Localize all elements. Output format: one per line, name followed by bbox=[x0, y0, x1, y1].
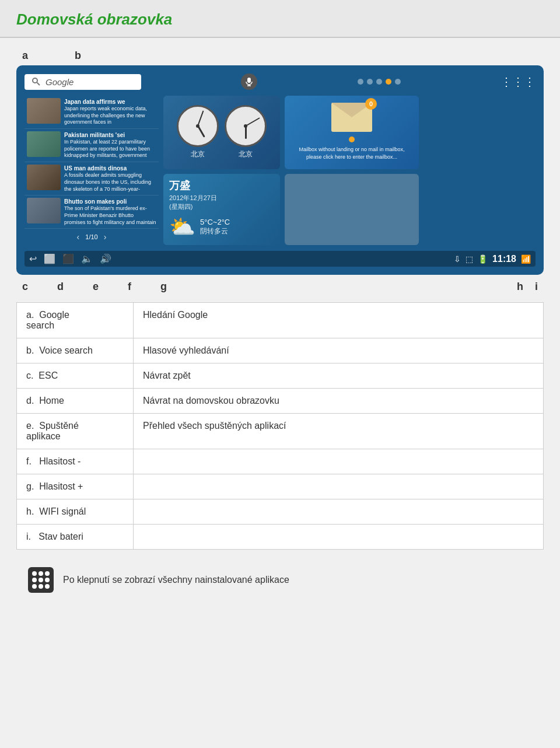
news-nav[interactable]: ‹ 1/10 › bbox=[24, 229, 159, 245]
news-thumb-1 bbox=[27, 98, 61, 124]
table-row-b: b. Voice search Hlasové vyhledávání bbox=[17, 338, 544, 363]
wifi-icon: 📶 bbox=[521, 254, 531, 264]
bottom-note-text: Po klepnutí se zobrazí všechny nainstalo… bbox=[63, 575, 289, 585]
tablet-bottom-bar: ↩ ⬜ ⬛ 🔈 🔊 ⇩ ⬚ 🔋 11:18 📶 bbox=[24, 251, 536, 267]
bottom-left-icons: ↩ ⬜ ⬛ 🔈 🔊 bbox=[29, 253, 111, 264]
dot-5 bbox=[395, 79, 401, 85]
search-icon bbox=[32, 77, 41, 86]
mic-button[interactable] bbox=[241, 74, 257, 90]
value-esc: Návrat zpět bbox=[134, 363, 544, 389]
hour-hand-2 bbox=[245, 126, 247, 139]
back-icon[interactable]: ↩ bbox=[29, 253, 37, 264]
label-d: d bbox=[57, 281, 64, 293]
mail-description: Mailbox without landing or no mail in ma… bbox=[292, 146, 412, 160]
table-row-d: d. Home Návrat na domovskou obrazovku bbox=[17, 389, 544, 414]
value-wifi bbox=[134, 499, 544, 525]
weather-icon: ⛅ bbox=[169, 215, 195, 239]
news-thumb-2 bbox=[27, 131, 61, 157]
value-volume-up bbox=[134, 474, 544, 499]
table-row-i: i. Stav bateri bbox=[17, 525, 544, 550]
weather-desc: 阴转多云 bbox=[200, 226, 230, 236]
mail-dot bbox=[349, 137, 355, 142]
label-h: h bbox=[517, 281, 523, 293]
news-page: 1/10 bbox=[85, 233, 97, 240]
info-table: a. Googlesearch Hledání Google b. Voice … bbox=[16, 302, 544, 550]
table-row-c: c. ESC Návrat zpět bbox=[17, 363, 544, 389]
news-item-1[interactable]: Japan data affirms we Japan reports weak… bbox=[24, 96, 159, 129]
apps-grid-icon bbox=[28, 567, 54, 593]
news-prev-arrow[interactable]: ‹ bbox=[77, 232, 80, 242]
weather-main: ⛅ 5°C~2°C 阴转多云 bbox=[169, 215, 274, 239]
svg-point-0 bbox=[33, 78, 37, 83]
tablet-screenshot: Google ⋮⋮⋮ bbox=[16, 65, 544, 275]
cdefghi-labels: c d e f g h i bbox=[16, 281, 544, 293]
weather-temp: 5°C~2°C bbox=[200, 218, 230, 226]
dot-4-active bbox=[386, 79, 391, 85]
battery-icon: 🔋 bbox=[478, 254, 488, 264]
dot-2 bbox=[367, 79, 373, 85]
svg-line-1 bbox=[37, 83, 40, 86]
page-title: Domovská obrazovka bbox=[16, 11, 172, 28]
volume-up-icon[interactable]: 🔊 bbox=[100, 253, 111, 264]
google-logo-text: Google bbox=[46, 77, 74, 87]
ab-labels: a b bbox=[16, 50, 544, 62]
news-text-4: Bhutto son makes poli The son of Pakista… bbox=[64, 198, 156, 226]
label-f: f bbox=[128, 281, 131, 293]
label-google-search: a. Googlesearch bbox=[17, 303, 134, 338]
clock-label-2: 北京 bbox=[225, 149, 267, 159]
table-row-h: h. WIFI signál bbox=[17, 499, 544, 525]
label-g: g bbox=[160, 281, 167, 293]
weather-date: 2012年12月27日 (星期四) bbox=[169, 194, 274, 211]
weather-city: 万盛 bbox=[169, 179, 274, 193]
svg-rect-2 bbox=[247, 78, 251, 83]
news-next-arrow[interactable]: › bbox=[104, 232, 107, 242]
label-c: c bbox=[22, 281, 28, 293]
bottom-right-status: ⇩ ⬚ 🔋 11:18 📶 bbox=[454, 254, 531, 264]
value-google-search: Hledání Google bbox=[134, 303, 544, 338]
label-spustene: e. Spuštěnéaplikace bbox=[17, 414, 134, 449]
recent-apps-icon[interactable]: ⬛ bbox=[62, 253, 74, 264]
news-item-3[interactable]: US man admits dinosa A fossils dealer ad… bbox=[24, 162, 159, 195]
search-bar[interactable]: Google bbox=[24, 74, 141, 90]
mic-icon bbox=[245, 77, 253, 86]
table-row-f: f. Hlasitost - bbox=[17, 449, 544, 474]
table-row-e: e. Spuštěnéaplikace Přehled všech spuště… bbox=[17, 414, 544, 449]
usb-icon: ⇩ bbox=[454, 254, 461, 264]
news-widget[interactable]: Japan data affirms we Japan reports weak… bbox=[24, 96, 159, 245]
label-volume-up: g. Hlasitost + bbox=[17, 474, 134, 499]
label-b: b bbox=[75, 50, 81, 62]
value-spustene: Přehled všech spuštěných aplikací bbox=[134, 414, 544, 449]
bottom-note: Po klepnutí se zobrazí všechny nainstalo… bbox=[16, 561, 544, 599]
home-icon[interactable]: ⬜ bbox=[44, 253, 55, 264]
label-e: e bbox=[93, 281, 99, 293]
main-content: a b Google bbox=[0, 38, 560, 610]
news-item-4[interactable]: Bhutto son makes poli The son of Pakista… bbox=[24, 195, 159, 229]
news-thumb-4 bbox=[27, 198, 61, 223]
weather-widget: 万盛 2012年12月27日 (星期四) ⛅ 5°C~2°C 阴转多云 bbox=[163, 174, 280, 246]
mail-widget[interactable]: 0 Mailbox without landing or no mail in … bbox=[285, 96, 419, 169]
tablet-content: Japan data affirms we Japan reports weak… bbox=[24, 96, 536, 245]
clock-widget: 北京 北京 bbox=[163, 96, 280, 169]
table-row-g: g. Hlasitost + bbox=[17, 474, 544, 499]
news-text-3: US man admits dinosa A fossils dealer ad… bbox=[64, 165, 156, 193]
grid-icon[interactable]: ⋮⋮⋮ bbox=[501, 75, 536, 89]
clock-face-2 bbox=[225, 105, 267, 147]
minute-hand-2 bbox=[246, 117, 260, 127]
label-esc: c. ESC bbox=[17, 363, 134, 389]
news-text-2: Pakistan militants 'sei In Pakistan, at … bbox=[64, 131, 156, 159]
label-a: a bbox=[22, 50, 28, 62]
label-volume-down: f. Hlasitost - bbox=[17, 449, 134, 474]
label-i: i bbox=[535, 281, 538, 293]
news-item-2[interactable]: Pakistan militants 'sei In Pakistan, at … bbox=[24, 129, 159, 162]
mail-badge: 0 bbox=[365, 98, 377, 110]
clock-face-1 bbox=[177, 105, 219, 147]
dot-3 bbox=[376, 79, 382, 85]
page-indicator bbox=[358, 79, 401, 85]
value-voice-search: Hlasové vyhledávání bbox=[134, 338, 544, 363]
news-thumb-3 bbox=[27, 165, 61, 190]
label-voice-search: b. Voice search bbox=[17, 338, 134, 363]
tablet-top-bar: Google ⋮⋮⋮ bbox=[24, 74, 536, 90]
clock-label-1: 北京 bbox=[177, 149, 219, 159]
volume-down-icon[interactable]: 🔈 bbox=[81, 253, 93, 264]
time-display: 11:18 bbox=[492, 254, 516, 264]
